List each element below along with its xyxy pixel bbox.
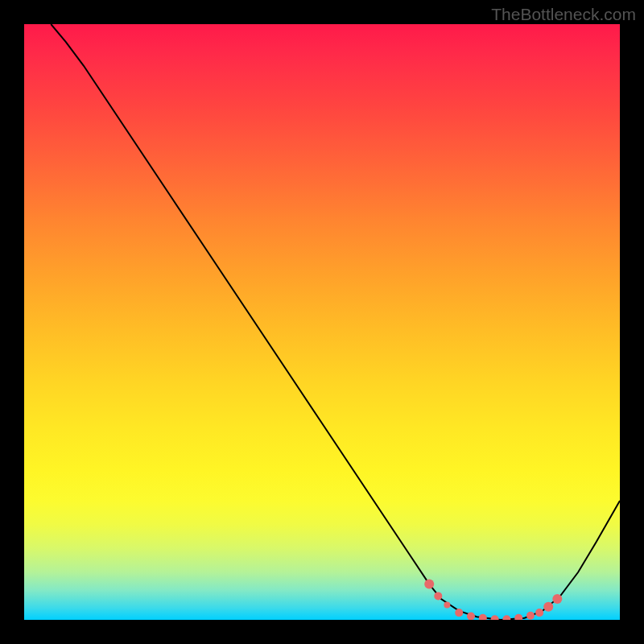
chart-marker [535, 609, 543, 617]
chart-marker [514, 614, 522, 620]
chart-marker [543, 602, 553, 612]
bottleneck-curve [51, 24, 620, 620]
chart-marker [434, 592, 442, 600]
chart-marker [491, 615, 499, 620]
chart-marker [424, 580, 434, 589]
watermark-text: TheBottleneck.com [491, 5, 636, 24]
chart-svg [24, 24, 620, 620]
chart-markers [424, 580, 562, 620]
chart-plot-area [24, 24, 620, 620]
chart-marker [502, 615, 510, 620]
chart-marker [455, 609, 463, 617]
chart-marker [467, 613, 475, 620]
chart-marker [479, 614, 487, 620]
chart-marker [526, 612, 535, 620]
chart-marker [552, 594, 562, 604]
chart-marker [444, 602, 450, 609]
